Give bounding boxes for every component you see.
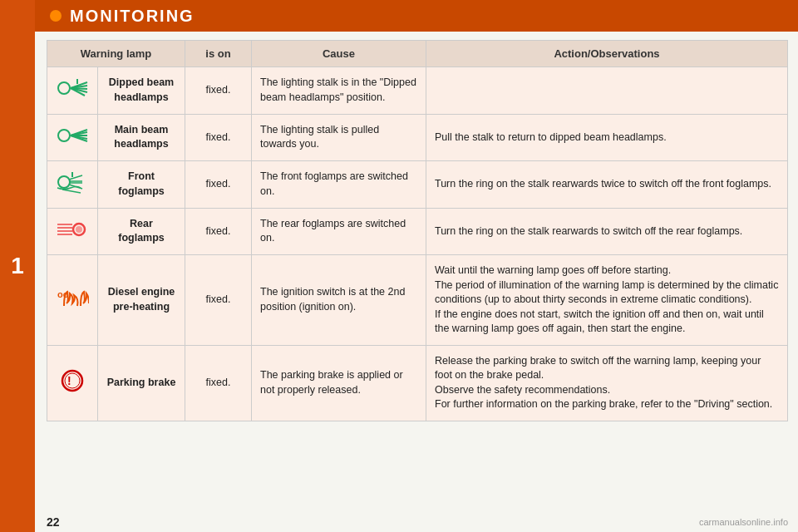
svg-point-13: [58, 176, 70, 188]
action-cell: [426, 67, 788, 115]
col-header-action: Action/Observations: [426, 41, 788, 67]
lamp-name-cell: Diesel engine pre-heating: [98, 255, 185, 346]
lamp-name-cell: Parking brake: [98, 345, 185, 421]
table-row: Rear foglampsfixed.The rear foglamps are…: [47, 208, 788, 255]
svg-line-19: [62, 190, 81, 193]
col-header-lamp: Warning lamp: [47, 41, 185, 67]
table-row: oo Diesel engine pre-heatingfixed.The ig…: [47, 255, 788, 346]
svg-point-27: [62, 371, 82, 391]
page-footer: 22 carmanualsonline.info: [47, 515, 788, 529]
lamp-icon-cell: oo: [47, 255, 98, 346]
svg-point-7: [58, 130, 70, 141]
lamp-icon-cell: [47, 114, 98, 161]
chapter-number: 1: [11, 253, 24, 279]
cause-cell: The parking brake is applied or not prop…: [252, 345, 426, 421]
cause-cell: The front foglamps are switched on.: [252, 161, 426, 209]
page-number: 22: [47, 515, 60, 529]
action-cell: Pull the stalk to return to dipped beam …: [426, 114, 788, 161]
cause-cell: The ignition switch is at the 2nd positi…: [252, 255, 426, 346]
is-on-cell: fixed.: [185, 208, 252, 255]
svg-point-21: [76, 226, 82, 233]
cause-cell: The lighting stalk is in the "Dipped bea…: [252, 67, 426, 115]
sidebar: 1: [0, 0, 35, 532]
lamp-name-cell: Main beam headlamps: [98, 114, 185, 161]
lamp-icon-cell: [47, 208, 98, 255]
table-row: Front foglampsfixed.The front foglamps a…: [47, 161, 788, 209]
table-row: Dipped beam headlampsfixed.The lighting …: [47, 67, 788, 115]
table-row: ! Parking brakefixed.The parking brake i…: [47, 345, 788, 421]
lamp-name-cell: Dipped beam headlamps: [98, 67, 185, 115]
lamp-icon-cell: [47, 67, 98, 115]
header-accent: [50, 10, 62, 22]
lamp-icon-cell: !: [47, 345, 98, 421]
lamp-name-cell: Front foglamps: [98, 161, 185, 209]
svg-text:oo: oo: [57, 289, 69, 299]
action-cell: Release the parking brake to switch off …: [426, 345, 788, 421]
svg-line-14: [69, 175, 82, 180]
table-row: Main beam headlampsfixed.The lighting st…: [47, 114, 788, 161]
col-header-cause: Cause: [252, 41, 426, 67]
is-on-cell: fixed.: [185, 255, 252, 346]
action-cell: Wait until the warning lamp goes off bef…: [426, 255, 788, 346]
page-title: MONITORING: [70, 7, 195, 26]
svg-text:!: !: [67, 374, 71, 387]
lamp-name-cell: Rear foglamps: [98, 208, 185, 255]
is-on-cell: fixed.: [185, 161, 252, 209]
monitoring-table: Warning lamp is on Cause Action/Observat…: [47, 40, 788, 421]
col-header-ison: is on: [185, 41, 252, 67]
action-cell: Turn the ring on the stalk rearwards twi…: [426, 161, 788, 209]
page-header: MONITORING: [35, 0, 798, 32]
cause-cell: The rear foglamps are switched on.: [252, 208, 426, 255]
is-on-cell: fixed.: [185, 67, 252, 115]
watermark: carmanualsonline.info: [699, 517, 788, 527]
is-on-cell: fixed.: [185, 114, 252, 161]
main-content: Warning lamp is on Cause Action/Observat…: [47, 40, 788, 507]
svg-point-0: [58, 82, 70, 94]
cause-cell: The lighting stalk is pulled towards you…: [252, 114, 426, 161]
table-header-row: Warning lamp is on Cause Action/Observat…: [47, 41, 788, 67]
action-cell: Turn the ring on the stalk rearwards to …: [426, 208, 788, 255]
is-on-cell: fixed.: [185, 345, 252, 421]
lamp-icon-cell: [47, 161, 98, 209]
